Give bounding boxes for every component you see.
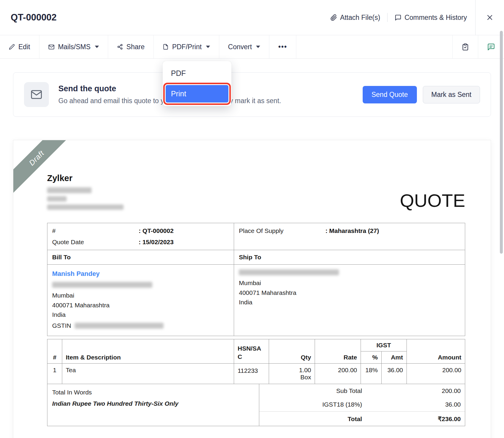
item-igst-amt: 36.00 — [382, 364, 407, 384]
col-header-igst: IGST — [361, 339, 407, 351]
pdf-menu-item[interactable]: PDF — [166, 65, 228, 82]
meta-right-cell: Place Of Supply : Maharashtra (27) — [234, 223, 465, 250]
total-in-words-label: Total In Words — [52, 389, 254, 396]
igst-value: 36.00 — [362, 401, 461, 408]
place-of-supply-value: : Maharashtra (27) — [325, 227, 460, 234]
toolbar: Edit Mails/SMS Share PDF/Print Convert — [0, 35, 504, 59]
meta-row: # : QT-000002 Quote Date : 15/02/2023 Pl… — [47, 223, 465, 250]
total-label: Total — [263, 415, 362, 423]
chevron-down-icon — [95, 46, 99, 48]
col-header-item: Item & Description — [62, 339, 234, 364]
gstin-label: GSTIN — [52, 321, 71, 331]
redacted-text — [47, 196, 67, 202]
subtotal-label: Sub Total — [263, 387, 362, 394]
subtotal-value: 200.00 — [362, 387, 461, 394]
share-icon — [117, 44, 123, 50]
share-label: Share — [127, 43, 145, 51]
bill-to-address: Manish Pandey Mumbai 400071 Maharashtra … — [47, 265, 234, 336]
col-header-amount: Amount — [407, 339, 465, 364]
col-header-igst-pct: % — [361, 351, 382, 364]
item-igst-pct: 18% — [361, 364, 382, 384]
item-amount: 200.00 — [407, 364, 465, 384]
totals-row: Total In Words Indian Rupee Two Hundred … — [47, 384, 465, 426]
redacted-text — [47, 204, 124, 210]
redacted-text — [52, 282, 152, 288]
igst-label: IGST18 (18%) — [263, 401, 362, 408]
document-header: Zylker QUOTE — [47, 173, 465, 210]
ship-country: India — [239, 298, 460, 307]
pdf-print-button[interactable]: PDF/Print — [154, 35, 219, 58]
banner-actions: Send Quote Mark as Sent — [363, 86, 480, 103]
total-value: ₹236.00 — [362, 415, 461, 423]
total-row: Total ₹236.00 — [259, 411, 465, 426]
convert-button[interactable]: Convert — [219, 35, 270, 58]
mails-sms-button[interactable]: Mails/SMS — [39, 35, 108, 58]
edit-button[interactable]: Edit — [0, 35, 39, 58]
line-items-table: # Item & Description HSN/SAC Qty Rate IG… — [47, 339, 465, 384]
close-icon — [486, 13, 494, 22]
quote-meta-address-table: # : QT-000002 Quote Date : 15/02/2023 Pl… — [47, 223, 465, 336]
send-quote-banner: Send the quote Go ahead and email this q… — [13, 72, 491, 117]
more-actions-button[interactable]: ••• — [269, 35, 296, 58]
header-divider — [387, 13, 388, 22]
convert-label: Convert — [228, 43, 252, 51]
header-actions: Attach File(s) Comments & History — [330, 0, 504, 35]
quote-date-label: Quote Date — [52, 239, 139, 246]
pdf-print-menu: PDF Print — [163, 61, 231, 106]
igst-row: IGST18 (18%) 36.00 — [259, 398, 465, 411]
col-header-hsn: HSN/SAC — [234, 339, 269, 364]
redacted-text — [75, 323, 164, 329]
pdf-print-label: PDF/Print — [172, 43, 202, 51]
totals-table: Total In Words Indian Rupee Two Hundred … — [47, 384, 465, 426]
mark-as-sent-button[interactable]: Mark as Sent — [423, 86, 480, 103]
vertical-scrollbar[interactable] — [500, 31, 503, 254]
attach-files-button[interactable]: Attach File(s) — [330, 14, 380, 22]
send-quote-button[interactable]: Send Quote — [363, 86, 417, 103]
item-qty: 1.00 Box — [269, 364, 315, 384]
redacted-text — [47, 187, 92, 193]
customer-name-link[interactable]: Manish Pandey — [52, 269, 229, 279]
col-header-sno: # — [47, 339, 62, 364]
print-menu-item[interactable]: Print — [166, 85, 228, 103]
header: QT-000002 Attach File(s) Comments & Hist… — [0, 0, 504, 35]
redacted-text — [239, 269, 339, 275]
col-header-qty: Qty — [269, 339, 315, 364]
item-qty-value: 1.00 — [273, 367, 311, 374]
page-title: QT-000002 — [11, 12, 57, 23]
col-header-igst-amt: Amt — [382, 351, 407, 364]
meta-left-cell: # : QT-000002 Quote Date : 15/02/2023 — [47, 223, 234, 250]
item-row: 1 Tea 112233 1.00 Box 200.00 18% 36.00 2… — [47, 364, 465, 384]
quote-detail-page: QT-000002 Attach File(s) Comments & Hist… — [0, 0, 504, 438]
ship-region: 400071 Maharashtra — [239, 288, 460, 298]
bill-city: Mumbai — [52, 291, 229, 300]
ship-city: Mumbai — [239, 278, 460, 288]
item-rate: 200.00 — [315, 364, 361, 384]
clipboard-check-icon — [462, 43, 469, 51]
envelope-icon — [48, 44, 55, 50]
subtotal-row: Sub Total 200.00 — [259, 384, 465, 398]
close-button[interactable] — [475, 0, 504, 35]
total-in-words-cell: Total In Words Indian Rupee Two Hundred … — [47, 384, 259, 426]
quote-date-value: : 15/02/2023 — [139, 239, 229, 246]
pdf-icon — [163, 44, 169, 50]
quote-preview: Draft Zylker QUOTE # : QT-000002 — [13, 140, 491, 438]
quote-number-label: # — [52, 227, 139, 234]
address-headings-row: Bill To Ship To — [47, 250, 465, 265]
chevron-down-icon — [206, 46, 210, 48]
bill-region: 400071 Maharashtra — [52, 300, 229, 310]
item-description: Tea — [62, 364, 234, 384]
items-header-row-1: # Item & Description HSN/SAC Qty Rate IG… — [47, 339, 465, 351]
bill-country: India — [52, 310, 229, 320]
quote-number-value: : QT-000002 — [139, 227, 229, 234]
bill-to-heading: Bill To — [47, 250, 234, 265]
company-block: Zylker — [47, 173, 124, 210]
gstin-row: GSTIN — [52, 321, 229, 331]
paperclip-icon — [330, 14, 337, 21]
totals-summary-cell: Sub Total 200.00 IGST18 (18%) 36.00 Tota… — [259, 384, 465, 426]
item-qty-unit: Box — [273, 374, 311, 381]
tasks-button[interactable] — [452, 35, 478, 58]
ship-to-heading: Ship To — [234, 250, 465, 265]
comments-history-button[interactable]: Comments & History — [395, 14, 467, 22]
attach-files-label: Attach File(s) — [340, 14, 380, 22]
share-button[interactable]: Share — [108, 35, 154, 58]
